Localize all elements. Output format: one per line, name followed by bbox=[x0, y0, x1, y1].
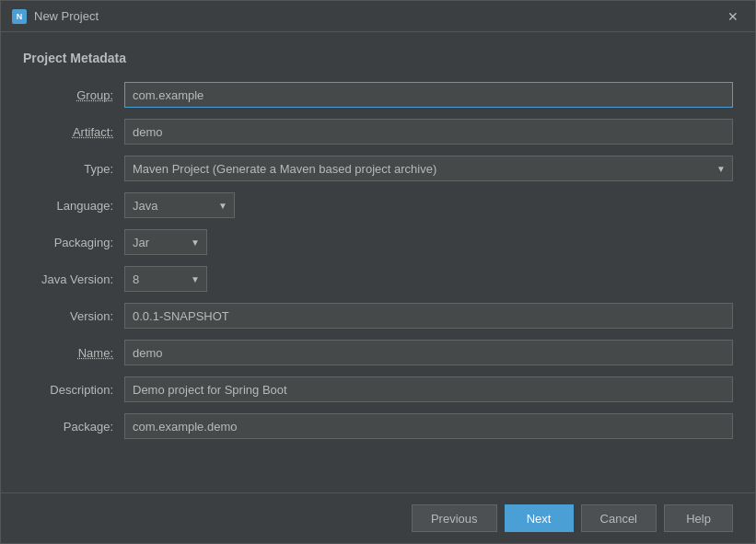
name-label: Name: bbox=[23, 346, 124, 360]
packaging-row: Packaging: Jar War ▼ bbox=[23, 229, 733, 255]
packaging-select[interactable]: Jar War bbox=[124, 229, 207, 255]
dialog-title: New Project bbox=[34, 9, 99, 23]
name-row: Name: bbox=[23, 340, 733, 365]
package-row: Package: bbox=[23, 413, 733, 439]
description-row: Description: bbox=[23, 376, 733, 402]
language-row: Language: Java Kotlin Groovy ▼ bbox=[23, 192, 733, 218]
new-project-dialog: N New Project ✕ Project Metadata Group: … bbox=[0, 0, 756, 544]
package-label: Package: bbox=[23, 420, 124, 434]
java-version-select[interactable]: 8 11 17 bbox=[124, 266, 207, 292]
version-row: Version: bbox=[23, 303, 733, 329]
dialog-content: Project Metadata Group: Artifact: Type: … bbox=[1, 32, 755, 492]
group-row: Group: bbox=[23, 82, 733, 108]
version-label: Version: bbox=[23, 309, 124, 323]
help-button[interactable]: Help bbox=[664, 504, 733, 532]
type-select-wrapper: Maven Project (Generate a Maven based pr… bbox=[124, 156, 733, 181]
artifact-row: Artifact: bbox=[23, 119, 733, 145]
cancel-button[interactable]: Cancel bbox=[581, 504, 657, 532]
type-row: Type: Maven Project (Generate a Maven ba… bbox=[23, 156, 733, 181]
java-version-label: Java Version: bbox=[23, 272, 124, 286]
name-input[interactable] bbox=[124, 340, 733, 365]
title-bar-left: N New Project bbox=[12, 9, 99, 24]
close-button[interactable]: ✕ bbox=[722, 8, 744, 25]
package-input[interactable] bbox=[124, 413, 733, 439]
version-input[interactable] bbox=[124, 303, 733, 329]
dialog-footer: Previous Next Cancel Help bbox=[1, 492, 755, 543]
packaging-select-wrapper: Jar War ▼ bbox=[124, 229, 207, 255]
description-input[interactable] bbox=[124, 376, 733, 402]
java-version-select-wrapper: 8 11 17 ▼ bbox=[124, 266, 207, 292]
java-version-row: Java Version: 8 11 17 ▼ bbox=[23, 266, 733, 292]
title-bar: N New Project ✕ bbox=[1, 1, 755, 32]
type-select[interactable]: Maven Project (Generate a Maven based pr… bbox=[124, 156, 733, 181]
next-button[interactable]: Next bbox=[505, 504, 574, 532]
group-input[interactable] bbox=[124, 82, 733, 108]
language-select[interactable]: Java Kotlin Groovy bbox=[124, 192, 235, 218]
language-select-wrapper: Java Kotlin Groovy ▼ bbox=[124, 192, 235, 218]
type-label: Type: bbox=[23, 162, 124, 176]
artifact-label: Artifact: bbox=[23, 125, 124, 139]
section-title: Project Metadata bbox=[23, 51, 733, 65]
dialog-icon: N bbox=[12, 9, 27, 24]
previous-button[interactable]: Previous bbox=[412, 504, 497, 532]
language-label: Language: bbox=[23, 199, 124, 213]
group-label: Group: bbox=[23, 88, 124, 102]
svg-text:N: N bbox=[17, 12, 23, 21]
packaging-label: Packaging: bbox=[23, 236, 124, 249]
artifact-input[interactable] bbox=[124, 119, 733, 145]
description-label: Description: bbox=[23, 383, 124, 397]
